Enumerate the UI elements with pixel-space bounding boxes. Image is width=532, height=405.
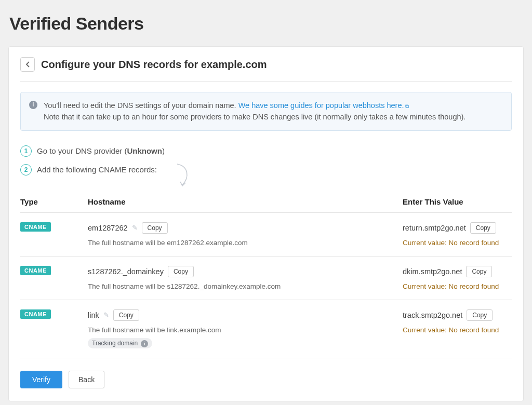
value-text: track.smtp2go.net: [403, 311, 462, 319]
table-row: CNAMElink✎CopyThe full hostname will be …: [20, 300, 512, 358]
step-1: 1 Go to your DNS provider (Unknown): [20, 145, 512, 157]
record-value-cell: dkim.smtp2go.netCopyCurrent value: No re…: [403, 266, 512, 290]
cname-chip: CNAME: [20, 222, 51, 232]
tracking-domain-pill: Tracking domaini: [88, 338, 152, 348]
hostname-text: em1287262: [88, 224, 128, 232]
record-type-cell: CNAME: [20, 266, 88, 290]
step1-prefix: Go to your DNS provider (: [37, 146, 127, 155]
value-text: dkim.smtp2go.net: [403, 267, 462, 276]
dns-config-card: Configure your DNS records for example.c…: [8, 46, 524, 401]
current-value-text: Current value: No record found: [403, 326, 512, 334]
edit-hostname-icon[interactable]: ✎: [103, 311, 109, 319]
value-text: return.smtp2go.net: [403, 224, 466, 232]
col-header-value: Enter This Value: [403, 197, 512, 206]
full-hostname-text: The full hostname will be s1287262._doma…: [88, 282, 392, 290]
copy-hostname-button[interactable]: Copy: [113, 309, 139, 321]
step1-provider: Unknown: [127, 146, 162, 155]
hostname-text: s1287262._domainkey: [88, 267, 164, 276]
record-hostname-cell: em1287262✎CopyThe full hostname will be …: [88, 222, 403, 247]
step-number-2: 2: [20, 164, 32, 176]
verify-button[interactable]: Verify: [20, 371, 62, 388]
col-header-hostname: Hostname: [88, 197, 403, 206]
record-type-cell: CNAME: [20, 222, 88, 247]
record-value-cell: return.smtp2go.netCopyCurrent value: No …: [403, 222, 512, 247]
hostname-text: link: [88, 311, 99, 319]
copy-value-button[interactable]: Copy: [466, 266, 492, 277]
table-row: CNAMEem1287262✎CopyThe full hostname wil…: [20, 212, 512, 256]
records-header-row: Type Hostname Enter This Value: [20, 197, 512, 212]
full-hostname-text: The full hostname will be em1287262.exam…: [88, 239, 392, 247]
record-line: CNAMEs1287262._domainkeyCopyThe full hos…: [20, 266, 512, 290]
info-icon: i: [29, 101, 37, 109]
card-header: Configure your DNS records for example.c…: [20, 57, 512, 82]
footer-buttons: Verify Back: [20, 371, 512, 388]
copy-value-button[interactable]: Copy: [470, 222, 496, 234]
edit-hostname-icon[interactable]: ✎: [132, 224, 138, 232]
info-note: Note that it can take up to an hour for …: [44, 113, 466, 121]
back-button[interactable]: Back: [69, 371, 104, 388]
step-number-1: 1: [20, 145, 32, 157]
record-type-cell: CNAME: [20, 309, 88, 348]
info-banner: i You'll need to edit the DNS settings o…: [20, 92, 512, 131]
cname-chip: CNAME: [20, 266, 51, 275]
step1-suffix: ): [162, 146, 165, 155]
chevron-left-icon: [25, 61, 30, 68]
card-title: Configure your DNS records for example.c…: [41, 59, 267, 71]
record-hostname-cell: link✎CopyThe full hostname will be link.…: [88, 309, 403, 348]
full-hostname-text: The full hostname will be link.example.c…: [88, 326, 392, 334]
external-link-icon: ⧉: [405, 103, 409, 109]
current-value-text: Current value: No record found: [403, 282, 512, 290]
page-title: Verified Senders: [9, 14, 524, 34]
info-intro: You'll need to edit the DNS settings of …: [44, 101, 238, 110]
copy-value-button[interactable]: Copy: [467, 309, 493, 321]
arrow-illustration: [174, 163, 195, 189]
records-table: Type Hostname Enter This Value CNAMEem12…: [20, 197, 512, 358]
copy-hostname-button[interactable]: Copy: [168, 266, 194, 277]
back-button-icon[interactable]: [20, 57, 35, 72]
step-2: 2 Add the following CNAME records:: [20, 164, 512, 176]
record-line: CNAMElink✎CopyThe full hostname will be …: [20, 309, 512, 348]
cname-chip: CNAME: [20, 309, 51, 319]
current-value-text: Current value: No record found: [403, 239, 512, 247]
record-line: CNAMEem1287262✎CopyThe full hostname wil…: [20, 222, 512, 247]
info-text: You'll need to edit the DNS settings of …: [44, 100, 466, 123]
step2-text: Add the following CNAME records:: [37, 165, 157, 174]
steps-list: 1 Go to your DNS provider (Unknown) 2 Ad…: [20, 145, 512, 176]
record-value-cell: track.smtp2go.netCopyCurrent value: No r…: [403, 309, 512, 348]
col-header-type: Type: [20, 197, 88, 206]
copy-hostname-button[interactable]: Copy: [142, 222, 168, 234]
record-hostname-cell: s1287262._domainkeyCopyThe full hostname…: [88, 266, 403, 290]
info-icon[interactable]: i: [141, 340, 148, 347]
guides-link[interactable]: We have some guides for popular webhosts…: [238, 101, 409, 110]
table-row: CNAMEs1287262._domainkeyCopyThe full hos…: [20, 256, 512, 300]
